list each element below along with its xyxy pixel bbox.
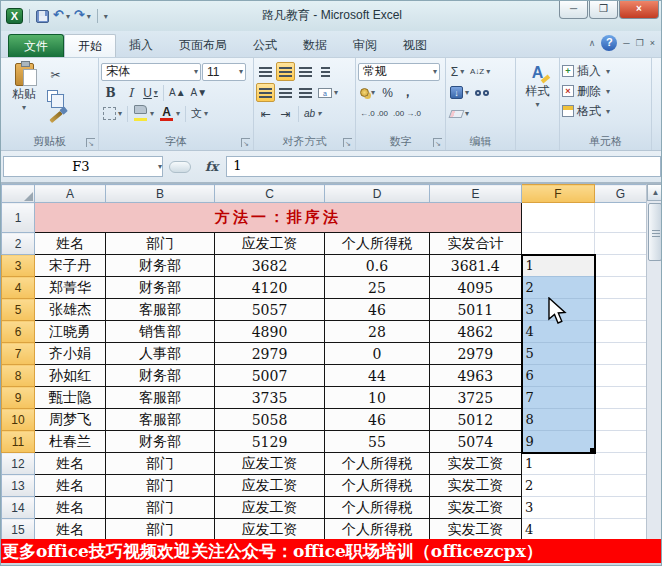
cell-G12[interactable]	[595, 453, 647, 475]
cell-E2[interactable]: 实发合计	[430, 233, 522, 255]
cell-E6[interactable]: 4862	[430, 321, 522, 343]
italic-button[interactable]: I	[121, 83, 140, 102]
cell-F14[interactable]: 3	[522, 497, 595, 519]
cell-A11[interactable]: 杜春兰	[35, 431, 106, 453]
cell-A15[interactable]: 姓名	[35, 519, 106, 541]
cell-B7[interactable]: 人事部	[106, 343, 215, 365]
cell-C15[interactable]: 应发工资	[215, 519, 325, 541]
row-header-9[interactable]: 9	[2, 387, 35, 409]
cell-A12[interactable]: 姓名	[35, 453, 106, 475]
cell-D7[interactable]: 0	[325, 343, 430, 365]
borders-button[interactable]	[101, 104, 124, 123]
cell-B13[interactable]: 部门	[106, 475, 215, 497]
cell-E3[interactable]: 3681.4	[430, 255, 522, 277]
cell-F12[interactable]: 1	[522, 453, 595, 475]
row-header-3[interactable]: 3	[2, 255, 35, 277]
tab-file[interactable]: 文件	[8, 34, 64, 57]
sort-filter-button[interactable]: A↓Z	[468, 62, 492, 81]
formula-input[interactable]: 1	[226, 156, 661, 177]
tab-insert[interactable]: 插入	[116, 34, 166, 57]
cell-E15[interactable]: 实发工资	[430, 519, 522, 541]
cell-B3[interactable]: 财务部	[106, 255, 215, 277]
row-header-5[interactable]: 5	[2, 299, 35, 321]
help-icon[interactable]: ?	[601, 35, 617, 51]
cell-C11[interactable]: 5129	[215, 431, 325, 453]
styles-button[interactable]: A 样式 ▾	[519, 61, 557, 109]
row-header-2[interactable]: 2	[2, 233, 35, 255]
orientation-button[interactable]: ab	[302, 104, 323, 123]
cell-B4[interactable]: 财务部	[106, 277, 215, 299]
cell-A4[interactable]: 郑菁华	[35, 277, 106, 299]
column-header-B[interactable]: B	[106, 185, 215, 203]
font-size-select[interactable]: 11	[202, 63, 246, 81]
row-header-11[interactable]: 11	[2, 431, 35, 453]
cell-A3[interactable]: 宋子丹	[35, 255, 106, 277]
cell-B11[interactable]: 财务部	[106, 431, 215, 453]
insert-cells-button[interactable]: + 插入	[562, 61, 649, 81]
decrease-decimal-button[interactable]: .00 →.0	[391, 104, 423, 123]
row-header-8[interactable]: 8	[2, 365, 35, 387]
cell-D8[interactable]: 44	[325, 365, 430, 387]
cell-A10[interactable]: 周梦飞	[35, 409, 106, 431]
format-cells-button[interactable]: 格式	[562, 101, 649, 121]
delete-cells-button[interactable]: × 删除	[562, 81, 649, 101]
row-header-7[interactable]: 7	[2, 343, 35, 365]
top-align-button[interactable]	[256, 62, 275, 81]
cell-E12[interactable]: 实发工资	[430, 453, 522, 475]
cell-E7[interactable]: 2979	[430, 343, 522, 365]
cell-G2[interactable]	[595, 233, 647, 255]
cell-C3[interactable]: 3682	[215, 255, 325, 277]
cell-D12[interactable]: 个人所得税	[325, 453, 430, 475]
fill-button[interactable]: ↓	[448, 83, 471, 102]
cell-B15[interactable]: 部门	[106, 519, 215, 541]
tab-view[interactable]: 视图	[390, 34, 440, 57]
decrease-indent-button[interactable]: ⇤	[256, 104, 275, 123]
cell-A5[interactable]: 张雄杰	[35, 299, 106, 321]
formula-bar-splitter[interactable]	[169, 161, 191, 173]
autosum-button[interactable]: Σ	[448, 62, 467, 81]
workbook-minimize-icon[interactable]: ─	[623, 37, 629, 49]
minimize-button[interactable]: ─	[559, 1, 588, 19]
column-header-E[interactable]: E	[430, 185, 522, 203]
cell-F13[interactable]: 2	[522, 475, 595, 497]
cell-C6[interactable]: 4890	[215, 321, 325, 343]
cell-C13[interactable]: 应发工资	[215, 475, 325, 497]
cell-C9[interactable]: 3735	[215, 387, 325, 409]
cell-C4[interactable]: 4120	[215, 277, 325, 299]
merge-center-button[interactable]: a	[316, 83, 340, 102]
align-center-button[interactable]	[276, 83, 295, 102]
workbook-restore-icon[interactable]: ❐	[636, 37, 644, 49]
cell-D3[interactable]: 0.6	[325, 255, 430, 277]
insert-function-button[interactable]: fx	[197, 159, 226, 174]
cell-G15[interactable]	[595, 519, 647, 541]
tab-formulas[interactable]: 公式	[240, 34, 290, 57]
row-header-6[interactable]: 6	[2, 321, 35, 343]
cell-D9[interactable]: 10	[325, 387, 430, 409]
cell-B5[interactable]: 客服部	[106, 299, 215, 321]
tab-page-layout[interactable]: 页面布局	[166, 34, 240, 57]
phonetic-button[interactable]: 文	[189, 104, 210, 123]
cell-E8[interactable]: 4963	[430, 365, 522, 387]
cell-A14[interactable]: 姓名	[35, 497, 106, 519]
tab-data[interactable]: 数据	[290, 34, 340, 57]
clipboard-dialog-launcher-icon[interactable]: ↘	[86, 138, 95, 147]
cell-D15[interactable]: 个人所得税	[325, 519, 430, 541]
scrollbar-thumb[interactable]	[648, 203, 662, 261]
row-header-10[interactable]: 10	[2, 409, 35, 431]
bottom-align-button[interactable]	[296, 62, 315, 81]
cell-F8[interactable]: 6	[522, 365, 595, 387]
column-header-D[interactable]: D	[325, 185, 430, 203]
cell-D14[interactable]: 个人所得税	[325, 497, 430, 519]
cell-B2[interactable]: 部门	[106, 233, 215, 255]
cell-F2[interactable]	[522, 233, 595, 255]
cell-F10[interactable]: 8	[522, 409, 595, 431]
row-header-14[interactable]: 14	[2, 497, 35, 519]
cell-F9[interactable]: 7	[522, 387, 595, 409]
row-header-15[interactable]: 15	[2, 519, 35, 541]
cell-G11[interactable]	[595, 431, 647, 453]
shrink-font-button[interactable]: A▼	[189, 83, 210, 102]
cell-C14[interactable]: 应发工资	[215, 497, 325, 519]
cell-D10[interactable]: 46	[325, 409, 430, 431]
underline-button[interactable]: U	[141, 83, 160, 102]
number-dialog-launcher-icon[interactable]: ↘	[433, 138, 442, 147]
